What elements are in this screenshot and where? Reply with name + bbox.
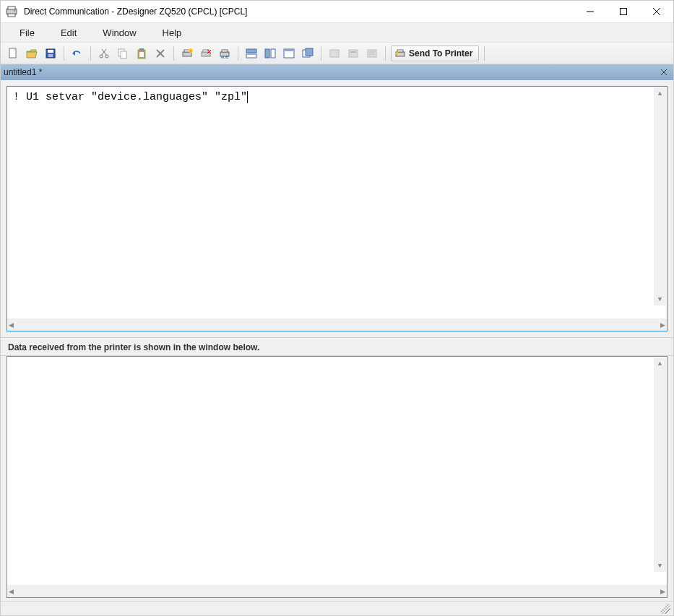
menu-file[interactable]: File (7, 23, 48, 42)
menu-window[interactable]: Window (90, 23, 149, 42)
send-label: Send To Printer (409, 48, 472, 58)
window-controls (574, 1, 673, 22)
svg-rect-38 (265, 49, 269, 58)
disabled-button-2 (345, 45, 361, 61)
text-caret (247, 91, 248, 103)
svg-rect-37 (246, 54, 256, 58)
statusbar (1, 601, 673, 615)
undo-button[interactable] (69, 45, 85, 61)
svg-rect-39 (271, 49, 275, 58)
minimize-button[interactable] (574, 1, 607, 22)
svg-rect-46 (350, 51, 356, 53)
delete-button[interactable] (152, 45, 168, 61)
toolbar-separator (90, 46, 91, 61)
svg-rect-34 (222, 50, 228, 52)
svg-rect-36 (246, 49, 256, 53)
svg-rect-2 (8, 14, 15, 17)
svg-rect-29 (202, 52, 210, 56)
svg-rect-22 (139, 52, 144, 57)
vertical-scrollbar[interactable]: ▲ ▼ (654, 357, 666, 572)
svg-rect-5 (621, 9, 627, 15)
toolbar-separator (385, 46, 386, 61)
svg-rect-51 (397, 50, 403, 52)
open-file-button[interactable] (24, 45, 40, 61)
editor-content: ! U1 setvar "device.languages" "zpl" (13, 91, 247, 103)
svg-rect-21 (139, 48, 144, 51)
scroll-left-icon[interactable]: ◀ (9, 588, 14, 595)
arrange-icons-button[interactable] (300, 45, 316, 61)
editor-container: ! U1 setvar "device.languages" "zpl" ▲ ▼… (1, 80, 673, 337)
send-to-printer-button[interactable]: Send To Printer (391, 45, 479, 61)
toolbar-separator (173, 46, 174, 61)
app-icon (5, 5, 18, 18)
svg-point-17 (105, 55, 108, 58)
copy-button[interactable] (115, 45, 131, 61)
toolbar-separator (64, 46, 64, 61)
printer-add-button[interactable]: + (179, 45, 195, 61)
scroll-up-icon[interactable]: ▲ (654, 357, 666, 370)
printer-settings-button[interactable]: AOB (217, 45, 233, 61)
send-icon (394, 48, 406, 59)
svg-rect-1 (8, 6, 15, 9)
menu-help[interactable]: Help (150, 23, 195, 42)
output-text[interactable]: ▲ ▼ (7, 357, 667, 585)
cut-button[interactable] (96, 45, 112, 61)
svg-rect-19 (121, 51, 126, 58)
svg-text:AOB: AOB (221, 55, 229, 59)
scroll-down-icon[interactable]: ▼ (654, 293, 666, 305)
tab-close-button[interactable] (657, 66, 670, 79)
svg-rect-43 (306, 48, 313, 56)
tile-vertical-button[interactable] (262, 45, 278, 61)
scroll-left-icon[interactable]: ◀ (9, 321, 14, 329)
svg-rect-44 (330, 50, 339, 57)
svg-text:+: + (190, 48, 192, 53)
svg-rect-47 (368, 50, 376, 57)
svg-rect-45 (349, 50, 358, 57)
toolbar-separator (321, 46, 321, 61)
document-tab[interactable]: untitled1 * (1, 64, 673, 80)
horizontal-scrollbar[interactable]: ◀ ▶ (7, 318, 667, 331)
toolbar-separator (484, 46, 485, 61)
tile-horizontal-button[interactable] (243, 45, 259, 61)
scroll-down-icon[interactable]: ▼ (654, 560, 666, 572)
toolbar: + AOB Send To Printer (1, 43, 673, 64)
close-button[interactable] (640, 1, 673, 22)
svg-point-3 (14, 10, 15, 12)
editor-panel: ! U1 setvar "device.languages" "zpl" ▲ ▼… (7, 86, 667, 331)
new-file-button[interactable] (5, 45, 21, 61)
svg-rect-12 (48, 54, 53, 57)
svg-rect-11 (48, 50, 53, 53)
save-button[interactable] (43, 45, 59, 61)
resize-grip[interactable] (660, 604, 670, 614)
titlebar: Direct Communication - ZDesigner ZQ520 (… (1, 1, 673, 22)
horizontal-scrollbar[interactable]: ◀ ▶ (7, 585, 667, 597)
output-panel: ▲ ▼ ◀ ▶ (7, 356, 667, 598)
tab-title: untitled1 * (4, 67, 657, 77)
printer-remove-button[interactable] (198, 45, 214, 61)
output-container: ▲ ▼ ◀ ▶ (1, 356, 673, 601)
scroll-right-icon[interactable]: ▶ (660, 588, 665, 595)
scroll-right-icon[interactable]: ▶ (660, 321, 665, 329)
code-editor[interactable]: ! U1 setvar "device.languages" "zpl" ▲ ▼ (7, 87, 667, 318)
paste-button[interactable] (134, 45, 150, 61)
vertical-scrollbar[interactable]: ▲ ▼ (654, 87, 666, 305)
maximize-button[interactable] (607, 1, 640, 22)
toolbar-separator (238, 46, 238, 61)
cascade-button[interactable] (281, 45, 297, 61)
svg-point-16 (100, 55, 103, 58)
scroll-up-icon[interactable]: ▲ (654, 87, 666, 100)
disabled-button-1 (327, 45, 342, 61)
menu-edit[interactable]: Edit (48, 23, 90, 42)
disabled-button-3 (364, 45, 380, 61)
window-title: Direct Communication - ZDesigner ZQ520 (… (24, 6, 574, 17)
output-label: Data received from the printer is shown … (1, 337, 673, 356)
menubar: File Edit Window Help (1, 22, 673, 43)
svg-rect-41 (284, 49, 294, 51)
